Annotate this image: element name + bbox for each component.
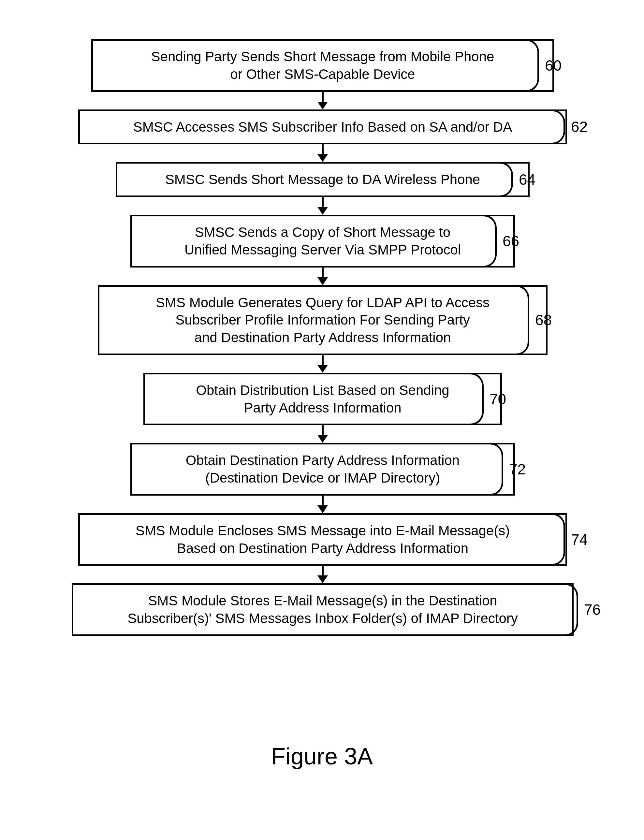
arrow-down-icon <box>317 566 328 583</box>
flowchart-box: SMSC Sends a Copy of Short Message toUni… <box>130 215 515 267</box>
flowchart: Sending Party Sends Short Message from M… <box>59 39 586 636</box>
step-number: 70 <box>490 390 506 408</box>
step-label-wrap: 76 <box>564 583 601 636</box>
flowchart-step: SMSC Sends a Copy of Short Message toUni… <box>59 215 586 267</box>
flowchart-step: Obtain Destination Party Address Informa… <box>59 443 586 495</box>
step-label-wrap: 66 <box>482 215 519 267</box>
brace-icon <box>551 513 565 566</box>
step-label-wrap: 64 <box>499 162 536 197</box>
step-label-wrap: 70 <box>469 373 506 425</box>
arrow-down-icon <box>317 425 328 443</box>
step-number: 64 <box>519 171 536 188</box>
flowchart-box: SMSC Accesses SMS Subscriber Info Based … <box>78 110 567 145</box>
flowchart-step: SMSC Accesses SMS Subscriber Info Based … <box>59 110 586 145</box>
arrow-down-icon <box>317 144 328 162</box>
step-number: 66 <box>503 232 519 250</box>
flowchart-box: SMS Module Encloses SMS Message into E-M… <box>78 513 567 566</box>
flowchart-step: SMS Module Generates Query for LDAP API … <box>59 285 586 355</box>
arrow-down-icon <box>317 92 328 110</box>
figure-caption: Figure 3A <box>0 743 644 769</box>
arrow-down-icon <box>317 495 328 513</box>
brace-icon <box>489 443 503 495</box>
step-number: 68 <box>535 311 552 329</box>
brace-icon <box>551 110 565 145</box>
step-number: 74 <box>571 531 588 548</box>
arrow-down-icon <box>317 267 328 285</box>
flowchart-step: Sending Party Sends Short Message from M… <box>59 39 586 92</box>
step-label-wrap: 60 <box>525 39 562 92</box>
flowchart-box: Obtain Destination Party Address Informa… <box>130 443 515 495</box>
step-label-wrap: 62 <box>551 110 588 145</box>
flowchart-box: SMSC Sends Short Message to DA Wireless … <box>116 162 530 197</box>
brace-icon <box>469 373 484 425</box>
flowchart-box: SMS Module Generates Query for LDAP API … <box>98 285 547 355</box>
step-label-wrap: 68 <box>515 285 552 355</box>
brace-icon <box>499 162 513 197</box>
brace-icon <box>525 39 539 92</box>
step-number: 72 <box>509 460 526 478</box>
flowchart-step: SMS Module Encloses SMS Message into E-M… <box>59 513 586 566</box>
step-number: 60 <box>545 57 562 74</box>
flowchart-box: SMS Module Stores E-Mail Message(s) in t… <box>72 583 573 636</box>
flowchart-box: Obtain Distribution List Based on Sendin… <box>143 373 502 425</box>
arrow-down-icon <box>317 355 328 373</box>
arrow-down-icon <box>317 197 328 215</box>
flowchart-step: SMSC Sends Short Message to DA Wireless … <box>59 162 586 197</box>
brace-icon <box>482 215 497 267</box>
step-number: 76 <box>584 601 601 619</box>
flowchart-step: Obtain Distribution List Based on Sendin… <box>59 373 586 425</box>
brace-icon <box>564 583 578 636</box>
brace-icon <box>515 285 529 355</box>
step-label-wrap: 72 <box>489 443 526 495</box>
flowchart-step: SMS Module Stores E-Mail Message(s) in t… <box>59 583 586 636</box>
step-label-wrap: 74 <box>551 513 588 566</box>
flowchart-box: Sending Party Sends Short Message from M… <box>91 39 554 92</box>
step-number: 62 <box>571 118 588 136</box>
